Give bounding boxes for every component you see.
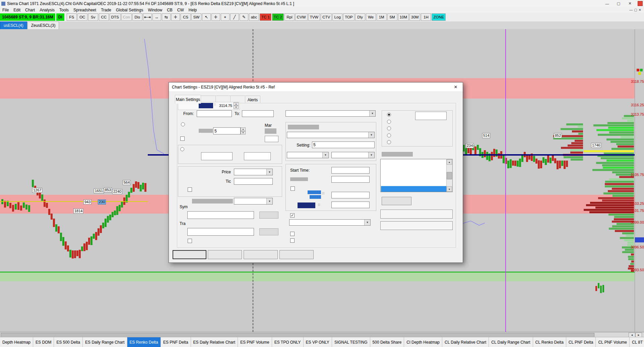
- dialog-tab-main-settings[interactable]: Main Settings: [175, 95, 201, 104]
- toolbar-oc-button[interactable]: OC: [77, 13, 87, 21]
- spin-down-icon[interactable]: ▼: [241, 131, 246, 135]
- child-restore-button[interactable]: ▢: [634, 8, 637, 12]
- data-type-dropdown[interactable]: ▼: [287, 132, 375, 138]
- toolbar-dts-button[interactable]: DTS: [110, 13, 121, 21]
- toolbar-1m-button[interactable]: 1M: [377, 13, 387, 21]
- to-input[interactable]: [242, 110, 274, 117]
- list-scroll-thumb[interactable]: [447, 172, 452, 179]
- right-field-2[interactable]: [380, 221, 453, 230]
- dialog-titlebar[interactable]: Chart Settings - ESZ19 [CV][M] Aligned R…: [169, 82, 463, 92]
- dialog-close-icon[interactable]: ✕: [451, 83, 461, 90]
- menu-window[interactable]: Window: [145, 7, 165, 13]
- price-spinner[interactable]: ▲ ▼: [234, 102, 239, 109]
- load-option-radio-2[interactable]: [387, 120, 391, 124]
- trendline-tool-icon[interactable]: ╱: [230, 13, 239, 21]
- toolbar-tc-1-button[interactable]: TC 1: [260, 13, 271, 21]
- chartbook-tab-signal-testing[interactable]: SIGNAL TESTING: [332, 337, 370, 347]
- load-option-radio-1[interactable]: [387, 113, 391, 117]
- toolbar-cvw-button[interactable]: CVW: [295, 13, 308, 21]
- start-time-input-4[interactable]: [331, 201, 370, 208]
- price-display-dropdown[interactable]: ▼: [234, 169, 273, 175]
- dialog-ok-button[interactable]: [173, 250, 206, 259]
- toolbar-5m-button[interactable]: 5M: [387, 13, 397, 21]
- close-button[interactable]: ✕: [624, 0, 636, 7]
- load-option-radio-4[interactable]: [387, 133, 391, 137]
- load-option-radio-5[interactable]: [387, 140, 391, 144]
- chartbook-tab-cl-pnf-delta[interactable]: CL PNF Delta: [566, 337, 596, 347]
- toolbar-cs-button[interactable]: CS: [181, 13, 191, 21]
- chartbook-tab-es-500-delta[interactable]: ES 500 Delta: [54, 337, 83, 347]
- session-checkbox[interactable]: [291, 186, 295, 191]
- chartbook-tab-es-daily-relative-chart[interactable]: ES Daily Relative Chart: [191, 337, 238, 347]
- bar-size-spinner[interactable]: ▲ ▼: [241, 127, 246, 134]
- chartbook-tab-es-pnf-delta[interactable]: ES PNF Delta: [161, 337, 191, 347]
- range-field-2[interactable]: [244, 152, 271, 160]
- chartbook-tab-cl-depth-heatmap[interactable]: Cl Depth Heatmap: [404, 337, 442, 347]
- chart-tab-zeusescl-3[interactable]: ZeusESCL(3): [27, 21, 59, 29]
- menu-trade[interactable]: Trade: [99, 7, 114, 13]
- chartbook-tab-es-tpo-only[interactable]: ES TPO ONLY: [272, 337, 304, 347]
- left-dropdown-2[interactable]: ▼: [234, 198, 273, 205]
- scroll-up-icon[interactable]: ▲: [447, 159, 452, 165]
- toolbar-dly-button[interactable]: Dly: [355, 13, 365, 21]
- dialog-help-button[interactable]: [279, 250, 314, 259]
- range-field-1[interactable]: [201, 152, 233, 160]
- time-edit-highlight-2[interactable]: [310, 195, 321, 199]
- toolbar-sw-button[interactable]: SW: [191, 13, 201, 21]
- expand-scale-icon[interactable]: ↔: [152, 13, 161, 21]
- compress-scale-icon[interactable]: ⇤⇥: [143, 13, 152, 21]
- time-edit-highlight-1[interactable]: [308, 190, 321, 194]
- middle-bottom-dropdown[interactable]: ▼: [289, 219, 371, 226]
- chartbook-tab-cl-8t-volume-filter[interactable]: CL 8T Volume Filter: [630, 337, 644, 347]
- days-to-load-field[interactable]: [415, 112, 447, 120]
- right-action-button[interactable]: [382, 197, 411, 205]
- pointer-tool-icon[interactable]: ↖: [202, 13, 211, 21]
- toolbar-cc-button[interactable]: CC: [99, 13, 109, 21]
- toolbar-30m-button[interactable]: 30M: [409, 13, 420, 21]
- middle-dropdown-left[interactable]: ▼: [287, 152, 329, 158]
- scroll-chart-icon[interactable]: ⇆: [162, 13, 171, 21]
- price-scale[interactable]: 3118.753116.253113.753105.753103.253101.…: [635, 29, 644, 332]
- time-spinner-icon-2[interactable]: ⁞⁞: [318, 203, 320, 207]
- child-minimize-button[interactable]: —: [629, 8, 633, 12]
- chartbook-tab-cl-daily-relative-chart[interactable]: CL Daily Relative Chart: [442, 337, 489, 347]
- symbol-browse-button[interactable]: [259, 212, 278, 219]
- menu-help[interactable]: Help: [186, 7, 199, 13]
- start-time-input-2[interactable]: [331, 176, 370, 183]
- setting-input[interactable]: [312, 141, 375, 148]
- load-option-radio-3[interactable]: [387, 126, 391, 130]
- spin-up-icon[interactable]: ▲: [241, 127, 246, 131]
- menu-file[interactable]: File: [0, 7, 11, 13]
- chartbook-tab-500-delta-share[interactable]: 500 Delta Share: [370, 337, 404, 347]
- selected-list-item[interactable]: [381, 186, 447, 192]
- menu-tools[interactable]: Tools: [57, 7, 71, 13]
- draw-tool-icon[interactable]: ✎: [240, 13, 248, 21]
- chart-tab-usescl-4[interactable]: usESCL(4): [0, 21, 27, 29]
- chartbook-tab-cl-renko-delta[interactable]: CL Renko Delta: [533, 337, 566, 347]
- mar-field[interactable]: [265, 136, 278, 142]
- left-checkbox-1[interactable]: [180, 136, 185, 141]
- toolbar-rpl-button[interactable]: Rpl: [284, 13, 295, 21]
- menu-chart[interactable]: Chart: [23, 7, 37, 13]
- scroll-down-icon[interactable]: ▼: [447, 186, 452, 192]
- menu-global-settings[interactable]: Global Settings: [114, 7, 145, 13]
- toolbar-1h-button[interactable]: 1H: [421, 13, 431, 21]
- middle-top-dropdown[interactable]: ▼: [285, 110, 376, 117]
- dialog-tab-alerts[interactable]: Alerts: [245, 96, 260, 104]
- tic-input[interactable]: [234, 178, 273, 185]
- dialog-apply-button[interactable]: [244, 250, 278, 259]
- toolbar-10m-button[interactable]: 10M: [398, 13, 409, 21]
- middle-checkbox-3[interactable]: [290, 238, 295, 243]
- session-list[interactable]: ▲ ▼: [380, 159, 453, 192]
- chartbook-tab-es-dom[interactable]: ES DOM: [33, 337, 54, 347]
- crosshair-tool-icon[interactable]: ✛: [211, 13, 220, 21]
- toolbar-tvw-button[interactable]: TVW: [308, 13, 320, 21]
- start-time-input-3[interactable]: [331, 192, 370, 198]
- trade-symbol-input[interactable]: [187, 228, 254, 236]
- bar-period-radio-1[interactable]: [181, 122, 185, 126]
- bar-period-radio-2[interactable]: [180, 147, 184, 151]
- toolbar-zone-button[interactable]: ZONE: [432, 13, 446, 21]
- time-spinner-icon[interactable]: ⁞⁞: [322, 192, 325, 195]
- start-time-input-1[interactable]: [331, 167, 370, 174]
- toolbar-abc-button[interactable]: abc: [249, 13, 259, 21]
